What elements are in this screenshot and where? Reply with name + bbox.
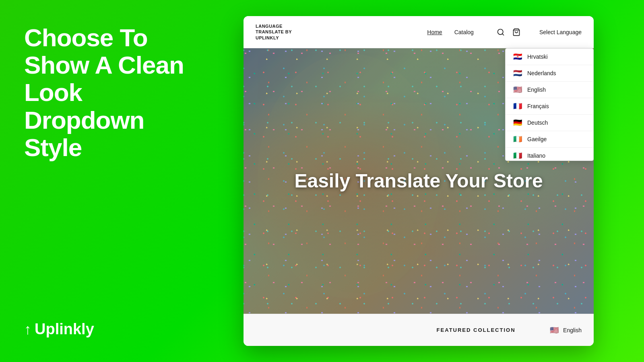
- lang-name-de: Deutsch: [527, 119, 548, 126]
- lang-name-nl: Nederlands: [527, 70, 556, 76]
- select-language-button[interactable]: Select Language: [539, 29, 582, 35]
- lang-item-de[interactable]: 🇩🇪 Deutsch: [506, 115, 593, 131]
- lang-item-nl[interactable]: 🇳🇱 Nederlands: [506, 65, 593, 82]
- svg-line-1: [502, 33, 504, 35]
- flag-de: 🇩🇪: [513, 119, 522, 126]
- nav-icons: [496, 27, 521, 37]
- flag-ga: 🇮🇪: [513, 136, 522, 142]
- search-icon[interactable]: [496, 27, 506, 37]
- featured-collection-label: FEATURED COLLECTION: [402, 327, 549, 333]
- brand-logo: ↑ Uplinkly: [24, 321, 185, 338]
- lang-item-fr[interactable]: 🇫🇷 Français: [506, 98, 593, 115]
- store-nav-links: Home Catalog Select Language: [427, 27, 582, 37]
- flag-fr: 🇫🇷: [513, 103, 522, 109]
- lang-item-en[interactable]: 🇺🇸 English: [506, 82, 593, 98]
- hero-text-overlay: Easily Translate Your Store: [294, 169, 543, 193]
- store-logo: LANGUAGE TRANSLATE BY UPLINKLY: [256, 23, 320, 41]
- store-navbar: LANGUAGE TRANSLATE BY UPLINKLY Home Cata…: [244, 16, 594, 48]
- flag-en: 🇺🇸: [513, 86, 522, 93]
- hero-main-title: Easily Translate Your Store: [294, 169, 543, 193]
- bottom-bar: FEATURED COLLECTION 🇺🇸 English: [244, 314, 594, 346]
- flag-hr: 🇭🇷: [513, 53, 522, 60]
- lang-name-hr: Hrvatski: [527, 53, 548, 60]
- lang-name-en: English: [527, 86, 546, 93]
- browser-window: LANGUAGE TRANSLATE BY UPLINKLY Home Cata…: [244, 16, 594, 346]
- hero-headline: Choose To Show A Clean Look Dropdown Sty…: [24, 24, 185, 161]
- lang-name-fr: Français: [527, 103, 549, 109]
- lang-item-it[interactable]: 🇮🇹 Italiano: [506, 148, 593, 161]
- bottom-language-name: English: [563, 327, 582, 333]
- arrow-icon: ↑: [24, 321, 31, 338]
- flag-it: 🇮🇹: [513, 152, 522, 159]
- nav-catalog[interactable]: Catalog: [454, 29, 474, 35]
- brand-name: Uplinkly: [35, 321, 94, 338]
- left-panel: Choose To Show A Clean Look Dropdown Sty…: [0, 0, 205, 362]
- language-dropdown: 🇭🇷 Hrvatski 🇳🇱 Nederlands 🇺🇸 English 🇫🇷 …: [505, 48, 594, 161]
- lang-name-it: Italiano: [527, 152, 545, 159]
- lang-name-ga: Gaeilge: [527, 136, 547, 142]
- lang-item-ga[interactable]: 🇮🇪 Gaeilge: [506, 131, 593, 148]
- bottom-flag: 🇺🇸: [549, 327, 559, 333]
- flag-nl: 🇳🇱: [513, 70, 522, 76]
- bottom-language-selector[interactable]: 🇺🇸 English: [549, 327, 582, 333]
- cart-icon[interactable]: [512, 27, 521, 37]
- right-panel: LANGUAGE TRANSLATE BY UPLINKLY Home Cata…: [205, 0, 644, 362]
- nav-home[interactable]: Home: [427, 29, 442, 35]
- lang-item-hr[interactable]: 🇭🇷 Hrvatski: [506, 49, 593, 65]
- svg-point-4: [299, 191, 421, 293]
